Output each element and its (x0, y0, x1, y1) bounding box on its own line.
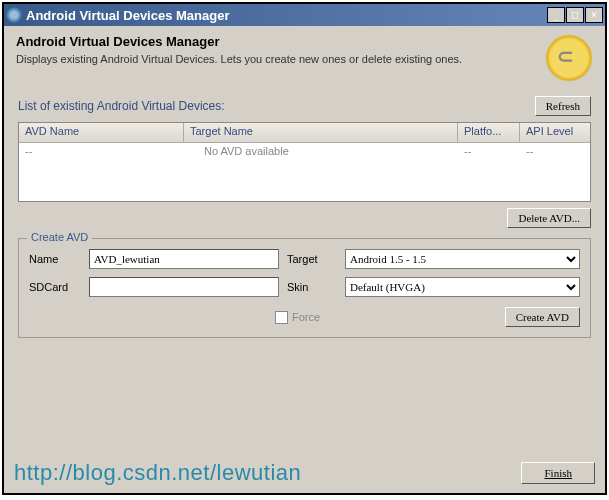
column-api-level[interactable]: API Level (520, 123, 590, 142)
skin-select[interactable]: Default (HVGA) (345, 277, 580, 297)
target-label: Target (287, 253, 337, 265)
android-badge-icon: ⊂ (545, 34, 593, 82)
create-avd-legend: Create AVD (27, 231, 92, 243)
page-title: Android Virtual Devices Manager (16, 34, 537, 49)
app-icon (6, 7, 22, 23)
sdcard-input[interactable] (89, 277, 279, 297)
watermark-text: http://blog.csdn.net/lewutian (14, 460, 301, 486)
cell-target: No AVD available (184, 144, 458, 158)
page-description: Displays existing Android Virtual Device… (16, 53, 537, 65)
cell-avd: -- (19, 144, 184, 158)
delete-avd-button[interactable]: Delete AVD... (507, 208, 591, 228)
create-avd-button[interactable]: Create AVD (505, 307, 580, 327)
force-label: Force (292, 311, 320, 323)
cell-api: -- (520, 144, 590, 158)
table-row: -- No AVD available -- -- (19, 144, 590, 158)
force-checkbox[interactable] (275, 311, 288, 324)
name-input[interactable] (89, 249, 279, 269)
column-avd-name[interactable]: AVD Name (19, 123, 184, 142)
maximize-button[interactable]: □ (566, 7, 584, 23)
column-platform[interactable]: Platfo... (458, 123, 520, 142)
create-avd-fieldset: Create AVD Name Target Android 1.5 - 1.5… (18, 238, 591, 338)
list-label: List of existing Android Virtual Devices… (18, 99, 535, 113)
avd-table: AVD Name Target Name Platfo... API Level… (18, 122, 591, 202)
name-label: Name (29, 253, 81, 265)
minimize-button[interactable]: _ (547, 7, 565, 23)
refresh-button[interactable]: Refresh (535, 96, 591, 116)
window-titlebar: Android Virtual Devices Manager _ □ × (4, 4, 605, 26)
skin-label: Skin (287, 281, 337, 293)
column-target-name[interactable]: Target Name (184, 123, 458, 142)
sdcard-label: SDCard (29, 281, 81, 293)
target-select[interactable]: Android 1.5 - 1.5 (345, 249, 580, 269)
close-button[interactable]: × (585, 7, 603, 23)
finish-button[interactable]: Finish (521, 462, 595, 484)
cell-platform: -- (458, 144, 520, 158)
window-title: Android Virtual Devices Manager (26, 8, 547, 23)
